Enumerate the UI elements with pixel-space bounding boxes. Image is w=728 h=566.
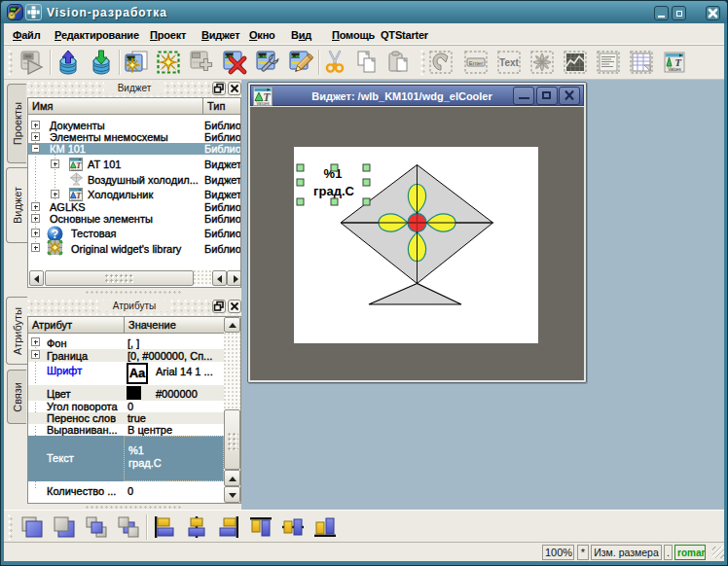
svg-text:0.00: 0.00 bbox=[291, 54, 301, 58]
svg-text:Values: Values bbox=[668, 67, 681, 72]
svg-text:Values: Values bbox=[256, 101, 270, 106]
svg-text:0.00: 0.00 bbox=[258, 54, 268, 58]
svg-text:Text: Text bbox=[499, 57, 519, 68]
svg-text:Values: Values bbox=[71, 168, 82, 171]
svg-text:Enter: Enter bbox=[469, 60, 483, 66]
svg-text:?: ? bbox=[52, 228, 58, 241]
svg-text:град.С: град.С bbox=[313, 184, 354, 198]
